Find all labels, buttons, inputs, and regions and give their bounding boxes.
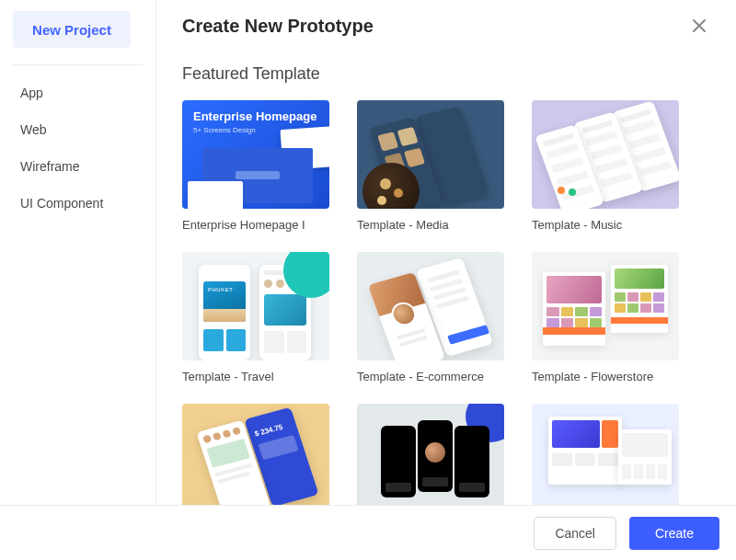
sidebar-divider xyxy=(13,64,143,65)
template-thumbnail xyxy=(357,404,504,505)
template-thumbnail xyxy=(532,252,679,360)
template-card-media[interactable]: Template - Media xyxy=(357,100,504,232)
template-thumbnail xyxy=(532,404,679,505)
template-label: Template - E-commerce xyxy=(357,370,504,383)
main-panel: Create New Prototype Featured Template E… xyxy=(156,0,736,505)
thumb-headline: Enterprise Homepage xyxy=(193,109,316,123)
cancel-button[interactable]: Cancel xyxy=(534,517,616,550)
sidebar-item-app[interactable]: App xyxy=(13,74,143,111)
template-thumbnail xyxy=(357,252,504,360)
thumb-tag: PHUKET xyxy=(208,287,233,292)
template-thumbnail: Enterprise Homepage 5+ Screens Design xyxy=(182,100,329,209)
create-prototype-modal: New Project App Web Wireframe UI Compone… xyxy=(0,0,736,560)
sidebar: New Project App Web Wireframe UI Compone… xyxy=(0,0,156,505)
create-button[interactable]: Create xyxy=(629,517,719,550)
sidebar-item-wireframe[interactable]: Wireframe xyxy=(13,148,143,185)
template-card-flowerstore[interactable]: Template - Flowerstore xyxy=(532,252,679,383)
close-icon xyxy=(692,18,707,33)
sidebar-list: App Web Wireframe UI Component xyxy=(13,74,143,222)
template-card-ecommerce[interactable]: Template - E-commerce xyxy=(357,252,504,383)
template-thumbnail xyxy=(532,100,679,209)
templates-grid: Enterprise Homepage 5+ Screens Design En… xyxy=(182,100,710,505)
sidebar-item-ui-component[interactable]: UI Component xyxy=(13,185,143,222)
sidebar-item-web[interactable]: Web xyxy=(13,111,143,148)
template-label: Template - Music xyxy=(532,218,679,232)
template-card-travel[interactable]: PHUKET Template - Travel xyxy=(182,252,329,383)
thumb-subtext: 5+ Screens Design xyxy=(193,126,256,134)
template-label: Template - Travel xyxy=(182,370,329,383)
template-card-enterprise[interactable]: Enterprise Homepage 5+ Screens Design En… xyxy=(182,100,329,232)
new-project-button[interactable]: New Project xyxy=(13,11,131,48)
modal-title: Create New Prototype xyxy=(182,16,374,37)
template-label: Enterprise Homepage I xyxy=(182,218,329,232)
template-card-9[interactable] xyxy=(532,404,679,505)
thumb-amount: $ 234.75 xyxy=(254,423,284,439)
close-button[interactable] xyxy=(688,15,710,37)
template-thumbnail: $ 234.75 xyxy=(182,404,329,505)
template-card-music[interactable]: Template - Music xyxy=(532,100,679,232)
template-card-7[interactable]: $ 234.75 xyxy=(182,404,329,505)
template-thumbnail: PHUKET xyxy=(182,252,329,360)
template-label: Template - Flowerstore xyxy=(532,370,679,383)
template-label: Template - Media xyxy=(357,218,504,232)
modal-footer: Cancel Create xyxy=(0,505,736,560)
template-thumbnail xyxy=(357,100,504,209)
section-title-featured: Featured Template xyxy=(182,64,710,84)
template-card-8[interactable] xyxy=(357,404,504,505)
